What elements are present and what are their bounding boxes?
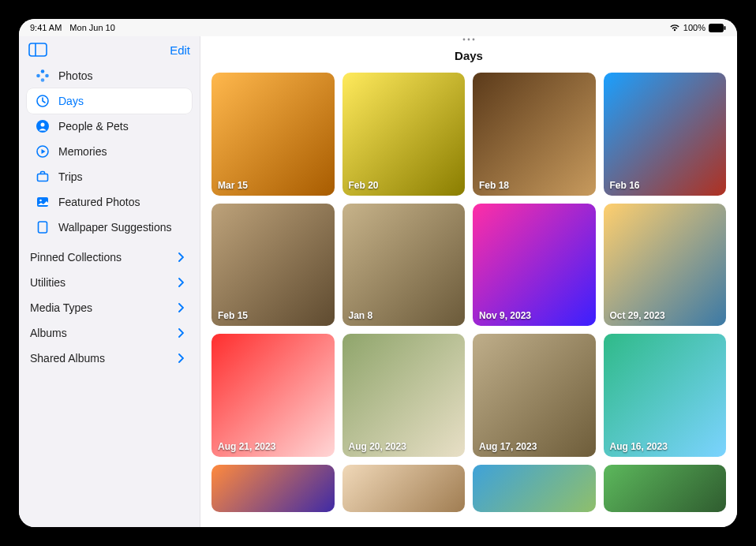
screen: 9:41 AM Mon Jun 10 100% E — [19, 19, 737, 527]
day-tile-date: Mar 15 — [218, 180, 248, 191]
svg-point-10 — [41, 123, 45, 127]
day-tile[interactable]: Aug 16, 2023 — [604, 334, 727, 457]
sidebar-group-pinned-collections[interactable]: Pinned Collections — [27, 245, 192, 270]
sidebar-item-label: Photos — [58, 69, 93, 82]
battery-text: 100% — [683, 23, 705, 32]
status-bar: 9:41 AM Mon Jun 10 100% — [19, 19, 737, 36]
battery-icon — [709, 24, 726, 32]
sidebar-group-media-types[interactable]: Media Types — [27, 295, 192, 320]
wallpaper-icon — [35, 219, 51, 235]
svg-rect-2 — [29, 43, 47, 56]
sidebar-item-label: Days — [58, 95, 84, 107]
day-tile-date: Jan 8 — [349, 310, 373, 321]
day-tile-date: Oct 29, 2023 — [610, 310, 665, 321]
svg-point-19 — [473, 39, 475, 41]
day-tile-date: Feb 15 — [218, 310, 248, 321]
day-tile-date: Aug 16, 2023 — [610, 441, 668, 452]
svg-point-6 — [41, 78, 45, 82]
day-tile[interactable]: Jan 8 — [342, 204, 466, 327]
trips-icon — [35, 169, 51, 185]
content-split: Edit Photos Days — [19, 36, 737, 527]
day-tile[interactable] — [342, 465, 466, 512]
svg-rect-0 — [709, 24, 724, 32]
sidebar-group-albums[interactable]: Albums — [27, 320, 192, 346]
chevron-right-icon — [178, 353, 187, 363]
sidebar-item-label: Trips — [58, 170, 83, 183]
featured-icon — [35, 194, 51, 210]
svg-marker-12 — [42, 149, 46, 154]
more-icon[interactable] — [461, 36, 477, 44]
sidebar-item-label: Featured Photos — [58, 196, 140, 208]
sidebar-edit-button[interactable]: Edit — [170, 43, 190, 57]
day-tile[interactable] — [211, 465, 335, 512]
chevron-right-icon — [178, 278, 187, 287]
sidebar-group-shared-albums[interactable]: Shared Albums — [27, 346, 192, 371]
svg-rect-16 — [39, 222, 47, 233]
svg-rect-1 — [724, 26, 726, 30]
sidebar-item-label: Memories — [58, 145, 107, 158]
day-tile-date: Feb 20 — [349, 180, 379, 191]
day-tile-date: Aug 20, 2023 — [349, 441, 406, 452]
day-tile[interactable]: Feb 15 — [211, 204, 335, 327]
day-tile[interactable]: Mar 15 — [211, 73, 335, 196]
day-tile[interactable]: Feb 16 — [604, 73, 727, 196]
sidebar-group-utilities[interactable]: Utilities — [27, 270, 192, 295]
day-tile[interactable]: Feb 18 — [473, 73, 596, 196]
sidebar-item-photos[interactable]: Photos — [27, 63, 192, 88]
status-time: 9:41 AM — [30, 23, 62, 32]
chevron-right-icon — [178, 252, 187, 262]
chevron-right-icon — [178, 328, 187, 338]
day-tile-date: Nov 9, 2023 — [479, 310, 531, 321]
sidebar-item-people-pets[interactable]: People & Pets — [27, 114, 192, 139]
main-header: Days — [200, 36, 737, 68]
photos-icon — [35, 68, 51, 84]
sidebar-list: Photos Days People & Pets — [27, 63, 192, 240]
day-tile-date: Aug 17, 2023 — [479, 441, 537, 452]
day-tile[interactable]: Aug 17, 2023 — [473, 334, 596, 457]
day-tile[interactable]: Aug 20, 2023 — [342, 334, 466, 457]
sidebar-group-label: Media Types — [30, 301, 92, 314]
day-tile[interactable]: Oct 29, 2023 — [604, 204, 727, 327]
sidebar-item-days[interactable]: Days — [27, 88, 192, 114]
people-icon — [35, 118, 51, 134]
svg-point-5 — [45, 74, 49, 78]
device-frame: 9:41 AM Mon Jun 10 100% E — [0, 0, 756, 546]
chevron-right-icon — [178, 303, 187, 312]
days-grid: Mar 15 Feb 20 Feb 18 Feb 16 Feb 15 Jan 8… — [211, 73, 726, 512]
svg-point-7 — [36, 74, 40, 78]
sidebar-item-featured-photos[interactable]: Featured Photos — [27, 189, 192, 215]
day-tile[interactable] — [604, 465, 727, 512]
day-tile[interactable]: Nov 9, 2023 — [473, 204, 596, 327]
sidebar-item-memories[interactable]: Memories — [27, 139, 192, 164]
sidebar-group-label: Albums — [30, 327, 67, 339]
svg-point-15 — [39, 200, 42, 202]
sidebar-toggle-icon[interactable] — [28, 43, 47, 57]
day-tile[interactable] — [473, 465, 596, 512]
svg-rect-13 — [38, 174, 48, 181]
sidebar-item-label: People & Pets — [58, 120, 129, 133]
wifi-icon — [669, 24, 680, 32]
svg-point-4 — [41, 69, 45, 73]
svg-point-18 — [468, 39, 470, 41]
day-tile-date: Feb 16 — [610, 180, 640, 191]
sidebar-item-label: Wallpaper Suggestions — [58, 221, 171, 234]
sidebar: Edit Photos Days — [19, 36, 200, 527]
status-date: Mon Jun 10 — [69, 23, 114, 32]
sidebar-group-label: Shared Albums — [30, 352, 105, 365]
grid-scroll[interactable]: Mar 15 Feb 20 Feb 18 Feb 16 Feb 15 Jan 8… — [200, 68, 737, 527]
sidebar-item-wallpaper-suggestions[interactable]: Wallpaper Suggestions — [27, 215, 192, 240]
sidebar-item-trips[interactable]: Trips — [27, 164, 192, 189]
day-tile[interactable]: Feb 20 — [342, 73, 466, 196]
svg-point-17 — [463, 39, 466, 41]
page-title: Days — [455, 49, 483, 62]
memories-icon — [35, 144, 51, 159]
day-tile[interactable]: Aug 21, 2023 — [211, 334, 335, 457]
day-tile-date: Feb 18 — [479, 180, 509, 191]
days-icon — [35, 93, 51, 109]
main-pane: Days Mar 15 Feb 20 Feb 18 Feb 16 Feb 15 … — [200, 36, 737, 527]
day-tile-date: Aug 21, 2023 — [218, 441, 275, 452]
sidebar-group-label: Utilities — [30, 276, 65, 289]
sidebar-group-label: Pinned Collections — [30, 251, 122, 264]
